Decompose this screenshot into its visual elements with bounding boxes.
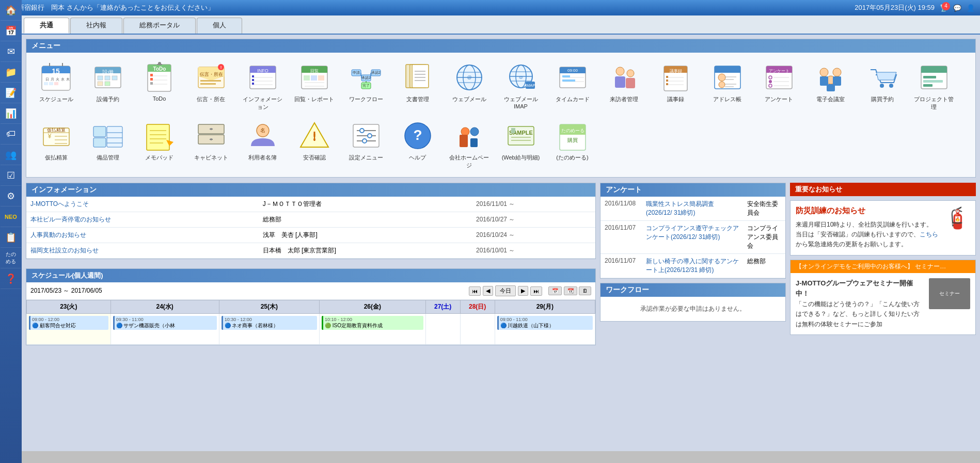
sidebar-item-shop[interactable]: たのめる xyxy=(1,248,21,268)
sidebar-item-gear[interactable]: ⚙ xyxy=(1,186,21,206)
menu-item-help[interactable]: ? ヘルプ xyxy=(393,116,442,172)
info-link-1[interactable]: J-MOTTOへようこそ xyxy=(30,200,89,207)
anketo-link-3[interactable]: 新しい椅子の導入に関するアンケート上(2026/12/31 締切) xyxy=(646,258,739,274)
event-kaigai[interactable]: 09:00 - 12:00 🔵 顧客問合せ対応 xyxy=(29,316,108,330)
demo-text-area: J-MOTTOグループウェアセミナー開催中！ 「この機能はどう使うの？」「こんな… xyxy=(796,278,925,329)
schedule-view-month[interactable]: 🗓 xyxy=(579,286,591,295)
menu-item-project[interactable]: プロジェクト管理 xyxy=(909,58,958,114)
cal-cell-thu: 10:30 - 12:00 🔵 ネオ商事（若林様） xyxy=(219,314,319,345)
tab-kojin[interactable]: 個人 xyxy=(197,18,242,34)
schedule-nav-prev[interactable]: ◀ xyxy=(483,286,493,296)
menu-item-webmail[interactable]: @ ウェブメール xyxy=(445,58,494,114)
menu-item-denshin[interactable]: 伝言・所在 ! 伝言・所在 xyxy=(186,58,235,114)
notice-link[interactable]: こちら xyxy=(920,231,938,238)
event-sazan[interactable]: 09:30 - 11:00 🔵 サザン機器販売（小林 xyxy=(113,316,217,330)
anketo-link-1[interactable]: 職業性ストレス簡易調査(2026/12/ 31締切) xyxy=(646,200,714,216)
menu-item-purchase[interactable]: 購買予約 xyxy=(858,58,907,114)
anketo-link-2[interactable]: コンプライアンス遵守チェックアンケート(2026/12/ 31締切) xyxy=(646,225,739,241)
demo-title: J-MOTTOグループウェアセミナー開催中！ xyxy=(796,279,913,298)
sidebar-item-help[interactable]: ❓ xyxy=(1,268,21,289)
facility-icon-wrap: 設備 xyxy=(90,60,126,94)
event-neo[interactable]: 10:30 - 12:00 🔵 ネオ商事（若林様） xyxy=(222,316,317,330)
menu-item-minutes[interactable]: 議事録 議事録 xyxy=(651,58,700,114)
sidebar-item-chart[interactable]: 📊 xyxy=(1,103,21,124)
sidebar-item-board[interactable]: 📋 xyxy=(1,227,21,248)
info-link-2[interactable]: 本社ビル一斉停電のお知らせ xyxy=(30,216,111,223)
menu-item-webmail-imap[interactable]: @ IMAP ウェブメールIMAP xyxy=(496,58,545,114)
tab-shanai[interactable]: 社内報 xyxy=(70,18,122,34)
info-link-3[interactable]: 人事異動のお知らせ xyxy=(30,231,86,238)
schedule-nav-first[interactable]: ⏮ xyxy=(469,286,481,296)
col-header-sat: 27(土) xyxy=(425,300,460,314)
anketo-header-link[interactable]: アンケート xyxy=(606,185,642,194)
menu-item-schedule[interactable]: 15 日 月 火 水 木 スケジュール xyxy=(31,58,81,114)
schedule-nav-next[interactable]: ▶ xyxy=(518,286,528,296)
info-author-2: 総務部 xyxy=(259,212,472,228)
menu-item-timecard[interactable]: 09:00 タイムカード xyxy=(548,58,597,114)
menu-item-user[interactable]: 名 利用者名簿 xyxy=(238,116,287,172)
information-header-link[interactable]: インフォメーション xyxy=(31,185,97,194)
important-notice-section: 防災訓練のお知らせ 来週月曜日10時より、全社防災訓練を行います。当日は「安否確… xyxy=(790,200,976,256)
menu-item-todo[interactable]: ToDo ToDo xyxy=(135,58,184,114)
info-author-3: 浅草 美杏 [人事部] xyxy=(259,228,472,243)
menu-header-label: メニュー xyxy=(31,41,60,50)
workflow-header: ワークフロー xyxy=(600,283,785,297)
sidebar-item-neo[interactable]: NEO xyxy=(1,206,21,227)
menu-item-settings[interactable]: 設定メニュー xyxy=(341,116,390,172)
user-avatar-icon[interactable]: 👤 xyxy=(967,4,975,12)
menu-item-facility[interactable]: 設備 設備予約 xyxy=(83,58,132,114)
event-kawagoe[interactable]: 09:00 - 11:00 🔵 川越鉄道（山下様） xyxy=(497,316,593,330)
info-link-4[interactable]: 福岡支社設立のお知らせ xyxy=(30,247,99,254)
schedule-view-week[interactable]: 📆 xyxy=(564,286,577,295)
menu-item-visitor[interactable]: 来訪者管理 xyxy=(599,58,649,114)
sidebar-item-people[interactable]: 👥 xyxy=(1,145,21,165)
tab-somu[interactable]: 総務ポータル xyxy=(123,18,196,34)
notification-bell[interactable]: 📡 4 xyxy=(940,4,948,12)
menu-item-emtg[interactable]: 電子会議室 xyxy=(806,58,855,114)
info-date-3: 2016/10/24 ～ xyxy=(472,228,595,243)
svg-rect-113 xyxy=(666,79,668,82)
svg-rect-21 xyxy=(98,82,103,86)
information-section: インフォメーション J-MOTTOへようこそ J－ＭＯＴＴＯ管理者 2016/1… xyxy=(26,183,596,259)
tab-kyotsu[interactable]: 共通 xyxy=(24,18,69,34)
emtg-icon xyxy=(814,62,847,93)
sidebar-item-home[interactable]: 🏠 xyxy=(1,0,21,21)
schedule-header-link[interactable]: スケジュール(個人週間) xyxy=(31,271,103,280)
denshin-icon-wrap: 伝言・所在 ! xyxy=(193,60,229,94)
menu-item-tanomeru[interactable]: たのめーる 購買 (たのめーる) xyxy=(548,116,597,172)
event-iso[interactable]: 10:10 - 12:00 🟢 ISO定期教育資料作成 xyxy=(322,316,423,330)
sidebar-item-tag[interactable]: 🏷 xyxy=(1,124,21,145)
chat-icon[interactable]: 💬 xyxy=(953,4,961,12)
svg-rect-156 xyxy=(93,138,106,147)
menu-item-report[interactable]: 回覧 回覧・レポート xyxy=(290,58,339,114)
sidebar-item-task[interactable]: ☑ xyxy=(1,165,21,186)
svg-text:INFO: INFO xyxy=(257,68,268,73)
menu-item-bubi[interactable]: 備品管理 xyxy=(83,116,132,172)
schedule-nav-last[interactable]: ⏭ xyxy=(530,286,542,296)
kyuyo-label: (Web給与明細) xyxy=(502,154,540,162)
menu-item-enquete[interactable]: アンケート アンケート xyxy=(754,58,803,114)
svg-text:月: 月 xyxy=(51,77,54,81)
menu-item-kyuyo[interactable]: SAMPLE (Web給与明細) xyxy=(496,116,545,172)
menu-item-workflow[interactable]: 申請 承認1 承認2 完了 ワークフロー xyxy=(341,58,390,114)
titlebar: 新宿銀行 岡本 さんから「連絡があったことをお伝えください」 2017年05月2… xyxy=(0,0,980,15)
menu-item-anzen[interactable]: ! 安否確認 xyxy=(290,116,339,172)
menu-item-address[interactable]: アドレス帳 xyxy=(703,58,752,114)
svg-rect-33 xyxy=(150,78,153,81)
workflow-header-link[interactable]: ワークフロー xyxy=(606,285,649,294)
menu-item-company[interactable]: 会社ホームページ xyxy=(445,116,494,172)
schedule-view-day[interactable]: 📅 xyxy=(548,286,562,295)
menu-item-kari[interactable]: 仮払精算 ¥ 仮払精算 xyxy=(31,116,81,172)
tanomeru-label: (たのめーる) xyxy=(556,154,588,162)
svg-point-140 xyxy=(880,84,884,88)
sidebar-item-calendar[interactable]: 📅 xyxy=(1,21,21,41)
menu-item-info[interactable]: INFO インフォメーション xyxy=(238,58,287,114)
sidebar-item-note[interactable]: 📝 xyxy=(1,83,21,103)
menu-item-document[interactable]: 文書管理 xyxy=(393,58,442,114)
menu-item-cabinet[interactable]: キャビネット xyxy=(186,116,235,172)
schedule-today-button[interactable]: 今日 xyxy=(495,285,516,296)
anketo-author-1: 安全衛生委員会 xyxy=(743,197,785,221)
sidebar-item-folder[interactable]: 📁 xyxy=(1,62,21,83)
menu-item-memo[interactable]: メモパッド xyxy=(135,116,184,172)
sidebar-item-mail[interactable]: ✉ xyxy=(1,41,21,62)
